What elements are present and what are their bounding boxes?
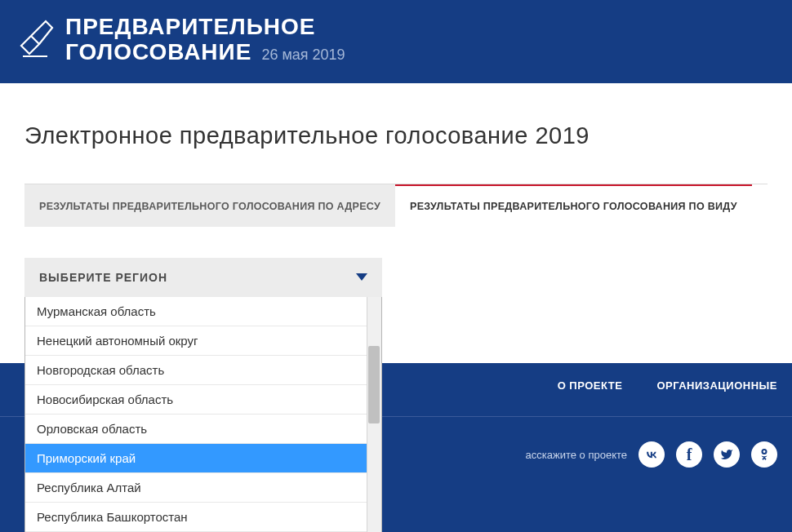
scrollbar-track[interactable] (367, 297, 381, 532)
chevron-down-icon (356, 273, 367, 281)
footer-link-org[interactable]: ОРГАНИЗАЦИОННЫЕ (656, 379, 777, 392)
region-selector-label: ВЫБЕРИТЕ РЕГИОН (39, 271, 167, 284)
region-option[interactable]: Орловская область (25, 415, 381, 444)
scrollbar-thumb[interactable] (368, 346, 380, 423)
footer-link-about[interactable]: О ПРОЕКТЕ (558, 379, 623, 392)
main-content: Электронное предварительное голосование … (0, 83, 792, 313)
tabs-container: РЕЗУЛЬТАТЫ ПРЕДВАРИТЕЛЬНОГО ГОЛОСОВАНИЯ … (24, 184, 768, 227)
region-selector-toggle[interactable]: ВЫБЕРИТЕ РЕГИОН (24, 258, 382, 297)
region-option[interactable]: Новгородская область (25, 356, 381, 385)
tab-results-by-address[interactable]: РЕЗУЛЬТАТЫ ПРЕДВАРИТЕЛЬНОГО ГОЛОСОВАНИЯ … (24, 184, 395, 227)
odnoklassniki-icon[interactable] (751, 441, 777, 468)
logo-date: 26 мая 2019 (261, 47, 345, 64)
region-option[interactable]: Республика Башкортостан (25, 503, 381, 532)
facebook-icon[interactable]: f (676, 441, 702, 468)
region-selector: ВЫБЕРИТЕ РЕГИОН Мурманская область Ненец… (24, 258, 382, 297)
region-option[interactable]: Республика Алтай (25, 473, 381, 503)
twitter-icon[interactable] (714, 441, 740, 468)
logo-title-line2: ГОЛОСОВАНИЕ (65, 40, 251, 65)
region-option[interactable]: Мурманская область (25, 297, 381, 326)
logo-text: ПРЕДВАРИТЕЛЬНОЕ ГОЛОСОВАНИЕ 26 мая 2019 (65, 15, 345, 65)
region-option[interactable]: Приморский край (25, 444, 381, 473)
region-option[interactable]: Новосибирская область (25, 385, 381, 415)
ballot-icon (15, 20, 56, 60)
region-option[interactable]: Ненецкий автономный округ (25, 326, 381, 356)
vk-icon[interactable] (638, 441, 665, 468)
tab-results-by-type[interactable]: РЕЗУЛЬТАТЫ ПРЕДВАРИТЕЛЬНОГО ГОЛОСОВАНИЯ … (395, 184, 752, 227)
region-dropdown: Мурманская область Ненецкий автономный о… (24, 297, 382, 532)
footer-share-label: асскажите о проекте (526, 449, 627, 461)
page-title: Электронное предварительное голосование … (24, 122, 768, 149)
site-header: ПРЕДВАРИТЕЛЬНОЕ ГОЛОСОВАНИЕ 26 мая 2019 (0, 0, 792, 83)
logo-title-line1: ПРЕДВАРИТЕЛЬНОЕ (65, 15, 345, 40)
